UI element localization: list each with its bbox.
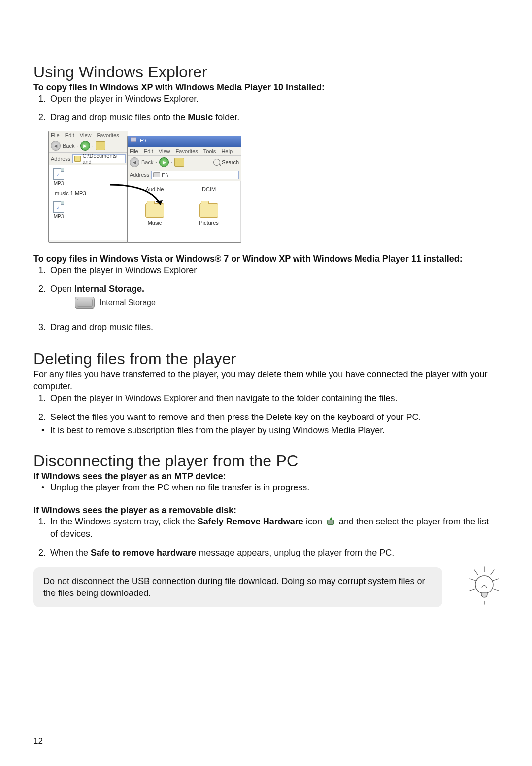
titlebar: F:\ [128, 136, 241, 147]
folder-pictures: Pictures [187, 203, 231, 226]
address-bar: Address F:\ [128, 169, 241, 181]
svg-line-5 [470, 589, 476, 591]
forward-icon: ► [80, 141, 90, 151]
step: Open the player in Windows Explorer and … [48, 392, 499, 404]
separator: · [92, 143, 94, 149]
drive-icon [75, 297, 95, 309]
bold: Safe to remove hardware [91, 548, 196, 557]
drive-icon [153, 172, 160, 177]
heading-disconnecting: Disconnecting the player from the PC [33, 452, 499, 470]
menu-file: File [130, 148, 138, 154]
forward-icon: ► [159, 157, 169, 167]
step: Open Internal Storage. Internal Storage [48, 283, 499, 309]
folder-up-icon [96, 141, 105, 150]
file-pane: ♪ MP3 music 1.MP3 ♪ MP3 [49, 165, 128, 240]
menu-view: View [80, 132, 92, 138]
lightbulb-icon [467, 566, 501, 605]
file-caption: MP3 [52, 214, 66, 219]
address-value: F:\ [162, 172, 168, 178]
address-value: C:\Documents and [82, 153, 124, 165]
menubar: File Edit View Favorites [49, 131, 128, 139]
text: icon [303, 517, 325, 526]
svg-line-1 [474, 570, 478, 575]
address-field: C:\Documents and [72, 154, 126, 163]
folder-label: Pictures [187, 220, 231, 226]
svg-point-8 [475, 576, 493, 593]
drive-icon [131, 137, 136, 142]
steps-vista-w7-wmp11: Open the player in Windows Explorer Open… [33, 264, 499, 334]
internal-storage-label: Internal Storage [100, 297, 156, 308]
folder-label: Music [133, 220, 177, 226]
back-icon: ◄ [130, 157, 139, 167]
folder-music: Music [133, 203, 177, 226]
file-mp3: ♪ MP3 [52, 201, 66, 219]
bold: Music [188, 112, 213, 122]
text: In the Windows system tray, click the [50, 517, 198, 526]
toolbar: ◄ Back · ► · [49, 139, 128, 153]
mtp-bullets: Unplug the player from the PC when no fi… [33, 482, 499, 493]
step: When the Safe to remove hardware message… [48, 547, 499, 558]
window-source: File Edit View Favorites ◄ Back · ► · Ad… [48, 131, 128, 243]
heading-using-windows-explorer: Using Windows Explorer [33, 63, 499, 81]
bullet: Unplug the player from the PC when no fi… [48, 482, 499, 493]
steps-removable-disk: In the Windows system tray, click the Sa… [33, 516, 499, 558]
window-title: F:\ [140, 138, 146, 143]
file-name: music 1.MP3 [55, 190, 125, 196]
menu-help: Help [221, 148, 233, 154]
back-icon: ◄ [51, 141, 61, 151]
separator: · [76, 143, 78, 149]
menu-edit: Edit [144, 148, 153, 154]
text: message appears, unplug the player from … [196, 548, 394, 557]
svg-line-3 [470, 579, 476, 581]
svg-line-4 [493, 579, 499, 581]
menu-view: View [159, 148, 170, 154]
steps-deleting: Open the player in Windows Explorer and … [33, 392, 499, 423]
svg-line-2 [491, 570, 494, 575]
text: Open [50, 284, 74, 294]
menu-file: File [51, 132, 60, 138]
file-caption: MP3 [52, 181, 66, 186]
lead-vista-w7-wmp11: To copy files in Windows Vista or Window… [33, 254, 499, 264]
lead-mtp: If Windows sees the player as an MTP dev… [33, 471, 499, 482]
folder-icon [74, 156, 81, 162]
folder-label: Audible [133, 186, 177, 192]
svg-line-6 [493, 589, 499, 591]
folder-icon [200, 203, 218, 218]
explorer-screenshot: File Edit View Favorites ◄ Back · ► · Ad… [48, 131, 245, 244]
folder-dcim: DCIM [187, 184, 231, 192]
search-label: Search [222, 159, 239, 165]
step: In the Windows system tray, click the Sa… [48, 516, 499, 540]
text: Drag and drop music files onto the [50, 112, 188, 122]
folder-up-icon [174, 158, 184, 167]
folder-audible: Audible [133, 184, 177, 192]
heading-deleting-files: Deleting files from the player [33, 350, 499, 368]
folder-label: DCIM [187, 186, 231, 192]
text: folder. [213, 112, 239, 122]
menu-edit: Edit [65, 132, 74, 138]
menu-tools: Tools [203, 148, 216, 154]
search-icon [213, 159, 220, 166]
window-destination: F:\ File Edit View Favorites Tools Help … [127, 136, 241, 243]
search-button: Search [213, 159, 239, 166]
menu-favorites: Favorites [176, 148, 198, 154]
safely-remove-hardware-icon [326, 518, 335, 525]
music-note-icon: ♪ [56, 204, 59, 210]
internal-storage-graphic: Internal Storage [75, 297, 499, 309]
bold: Safely Remove Hardware [198, 517, 303, 526]
file-mp3: ♪ MP3 [52, 168, 66, 186]
folder-pane: Audible DCIM Music Pictures [128, 181, 241, 251]
address-label: Address [51, 156, 70, 162]
toolbar: ◄ Back • ► · Search [128, 156, 241, 169]
back-label: Back [63, 143, 74, 149]
bullet: It is best to remove subscription files … [48, 424, 499, 436]
menu-favorites: Favorites [97, 132, 119, 138]
separator: • [155, 159, 157, 165]
folder-icon [145, 203, 164, 218]
page-number: 12 [33, 736, 43, 746]
step: Open the player in Windows Explorer. [48, 93, 499, 104]
warning-note: Do not disconnect the USB connection dur… [33, 567, 442, 607]
step: Open the player in Windows Explorer [48, 264, 499, 276]
step: Select the files you want to remove and … [48, 411, 499, 423]
steps-xp-wmp10: Open the player in Windows Explorer. Dra… [33, 93, 499, 124]
page: Using Windows Explorer To copy files in … [0, 0, 532, 766]
